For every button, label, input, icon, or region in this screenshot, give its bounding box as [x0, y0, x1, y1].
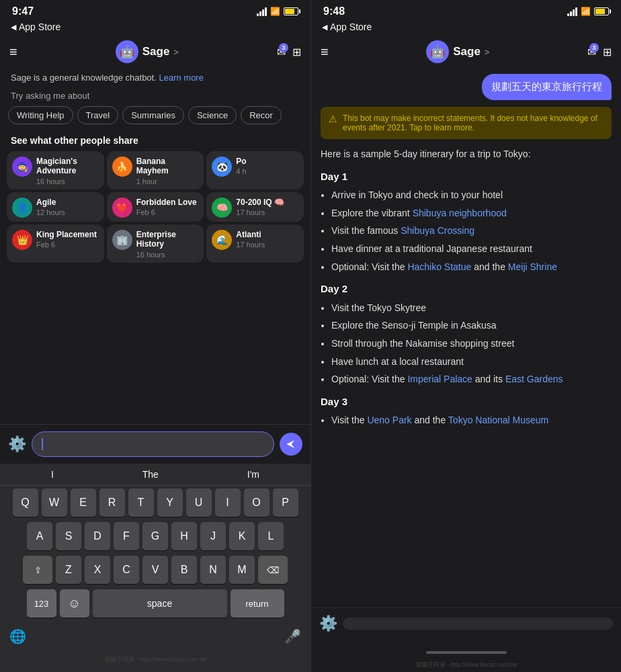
- key-f[interactable]: F: [114, 522, 139, 550]
- suggestion-writing[interactable]: Writing Help: [8, 106, 73, 124]
- right-status-icons: 📶: [567, 7, 609, 16]
- key-l[interactable]: L: [258, 522, 284, 550]
- autocomplete-im[interactable]: I'm: [247, 469, 259, 480]
- suggestion-recor[interactable]: Recor: [241, 106, 282, 124]
- key-n[interactable]: N: [200, 556, 226, 584]
- right-sage-avatar: 🤖: [426, 40, 449, 63]
- key-p[interactable]: P: [273, 489, 298, 517]
- globe-icon[interactable]: 🌐: [9, 628, 26, 644]
- hachiko-link[interactable]: Hachiko Statue: [407, 261, 471, 272]
- shared-title: Banana Mayhem: [136, 157, 199, 176]
- list-item[interactable]: 🐼 Po 4 h: [206, 151, 304, 190]
- list-item[interactable]: 🧠 70-200 IQ 🧠 17 hours: [206, 192, 304, 222]
- shared-title: Po: [236, 157, 298, 166]
- list-item[interactable]: ❤️ Forbidden Love Feb 6: [107, 192, 204, 222]
- key-v[interactable]: V: [142, 556, 168, 584]
- shared-time: Feb 6: [36, 241, 99, 249]
- suggestion-summaries[interactable]: Summaries: [122, 106, 184, 124]
- list-item[interactable]: 🍌 Banana Mayhem 1 hour: [107, 151, 204, 190]
- key-w[interactable]: W: [42, 489, 67, 517]
- learn-more-link[interactable]: Learn more: [159, 73, 203, 83]
- right-grid-icon[interactable]: ⊞: [603, 46, 612, 58]
- meiji-shrine-link[interactable]: Meiji Shrine: [508, 261, 557, 272]
- send-button[interactable]: [280, 433, 302, 456]
- key-space[interactable]: space: [93, 589, 227, 618]
- list-item[interactable]: 🧙 Magician's Adventure 16 hours: [7, 151, 104, 190]
- right-tool-icon[interactable]: ⚙️: [319, 615, 337, 632]
- avatar: 🏢: [112, 230, 132, 250]
- right-back-link[interactable]: App Store: [311, 20, 621, 36]
- autocomplete-the[interactable]: The: [142, 469, 159, 480]
- key-return[interactable]: return: [231, 589, 284, 618]
- response-intro: Here is a sample 5-day itinerary for a t…: [321, 147, 612, 162]
- list-item[interactable]: 👤 Agile 12 hours: [7, 192, 104, 222]
- list-item[interactable]: 🏢 Enterprise History 16 hours: [107, 224, 204, 263]
- avatar: 🌊: [212, 230, 232, 250]
- key-j[interactable]: J: [200, 522, 226, 550]
- shared-time: 17 hours: [236, 208, 298, 216]
- suggestion-travel[interactable]: Travel: [77, 106, 119, 124]
- sage-name[interactable]: Sage: [142, 45, 170, 58]
- right-hamburger-icon[interactable]: ≡: [321, 44, 329, 60]
- key-t[interactable]: T: [128, 489, 154, 517]
- right-mail-icon[interactable]: ✉ 3: [587, 46, 596, 58]
- suggestion-science[interactable]: Science: [188, 106, 237, 124]
- autocomplete-i[interactable]: I: [51, 469, 54, 480]
- key-r[interactable]: R: [99, 489, 125, 517]
- key-s[interactable]: S: [56, 522, 81, 550]
- key-b[interactable]: B: [171, 556, 197, 584]
- keyboard-row-3: ⇧ Z X C V B N M ⌫: [1, 556, 309, 584]
- key-emoji[interactable]: ☺: [60, 589, 89, 618]
- key-shift[interactable]: ⇧: [23, 556, 52, 584]
- back-link[interactable]: App Store: [0, 20, 310, 36]
- right-sage-name[interactable]: Sage: [453, 45, 481, 58]
- key-m[interactable]: M: [229, 556, 255, 584]
- autocomplete-row: I The I'm: [0, 464, 310, 486]
- key-z[interactable]: Z: [56, 556, 81, 584]
- key-y[interactable]: Y: [157, 489, 183, 517]
- key-a[interactable]: A: [27, 522, 52, 550]
- signal-icon: [257, 7, 267, 16]
- keyboard-row-2: A S D F G H J K L: [1, 522, 309, 550]
- key-num[interactable]: 123: [27, 589, 56, 618]
- right-input-area: ⚙️: [311, 607, 621, 646]
- tool-icon[interactable]: ⚙️: [8, 435, 26, 453]
- list-item: Explore the Senso-ji Temple in Asakusa: [331, 319, 612, 333]
- avatar: 👑: [12, 230, 32, 250]
- key-u[interactable]: U: [186, 489, 212, 517]
- shibuya-neighborhood-link[interactable]: Shibuya neighborhood: [413, 208, 507, 218]
- key-k[interactable]: K: [229, 522, 255, 550]
- shared-title: Atlanti: [236, 230, 298, 239]
- east-gardens-link[interactable]: East Gardens: [505, 374, 563, 384]
- user-message: 規劃五天的東京旅行行程: [321, 74, 612, 100]
- grid-icon[interactable]: ⊞: [292, 46, 301, 58]
- shibuya-crossing-link[interactable]: Shibuya Crossing: [401, 225, 474, 236]
- right-header-icons: ✉ 3 ⊞: [587, 46, 612, 58]
- tokyo-museum-link[interactable]: Tokyo National Museum: [448, 415, 548, 425]
- right-chat-input[interactable]: [343, 618, 613, 630]
- hamburger-icon[interactable]: ≡: [9, 44, 17, 60]
- wifi-icon: 📶: [270, 7, 280, 16]
- key-delete[interactable]: ⌫: [258, 556, 288, 584]
- imperial-palace-link[interactable]: Imperial Palace: [407, 374, 472, 384]
- key-d[interactable]: D: [85, 522, 110, 550]
- list-item: Have lunch at a local restaurant: [331, 355, 612, 370]
- warning-box[interactable]: ⚠ This bot may make incorrect statements…: [321, 107, 612, 139]
- key-q[interactable]: Q: [13, 489, 38, 517]
- keyboard-row-1: Q W E R T Y U I O P: [1, 489, 309, 517]
- list-item[interactable]: 🌊 Atlanti 17 hours: [206, 224, 304, 263]
- suggestions-container: Writing Help Travel Summaries Science Re…: [0, 106, 310, 131]
- mail-icon[interactable]: ✉ 3: [277, 46, 286, 58]
- chat-input[interactable]: [32, 431, 274, 457]
- key-e[interactable]: E: [71, 489, 96, 517]
- mic-icon[interactable]: 🎤: [284, 628, 301, 644]
- key-c[interactable]: C: [114, 556, 139, 584]
- key-g[interactable]: G: [142, 522, 168, 550]
- key-x[interactable]: X: [85, 556, 110, 584]
- ueno-park-link[interactable]: Ueno Park: [367, 415, 411, 425]
- key-i[interactable]: I: [215, 489, 241, 517]
- key-o[interactable]: O: [244, 489, 270, 517]
- key-h[interactable]: H: [171, 522, 197, 550]
- list-item[interactable]: 👑 King Placement Feb 6: [7, 224, 104, 263]
- right-sage-chevron: >: [485, 47, 490, 57]
